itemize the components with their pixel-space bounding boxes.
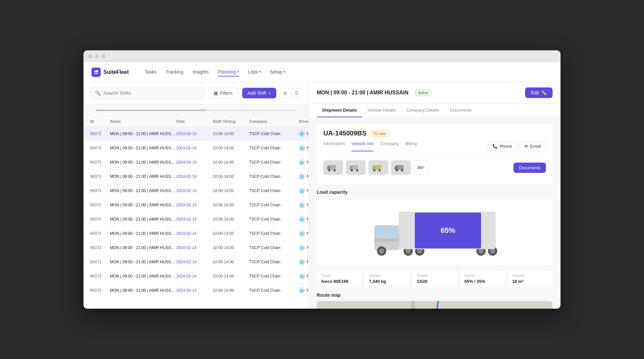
stats-row: Truck Iveco 80E190 Weight 7,340 kg Palle…: [317, 270, 553, 287]
globe-icon: 🌐: [299, 245, 305, 251]
planning-arrow: ▾: [237, 70, 239, 74]
table-body: 96373 MON | 09:00 - 21:00 | AMIR HUSSAIN…: [83, 127, 308, 309]
table-row[interactable]: 96373 MON | 09:00 - 21:00 | AMIR HUSSAIN…: [83, 170, 308, 184]
logo[interactable]: SuiteFleet: [91, 68, 129, 77]
svg-point-14: [396, 169, 398, 171]
svg-point-2: [328, 169, 330, 171]
search-input[interactable]: [103, 90, 199, 96]
cell-driver: 🌐 Nusair Haq: [299, 287, 308, 293]
sub-tab-billing[interactable]: Billing: [405, 141, 417, 151]
cell-id: 96373: [90, 288, 110, 293]
col-id: ID: [90, 119, 110, 124]
cell-id: 96373: [90, 274, 110, 279]
nav-tasks[interactable]: Tasks: [144, 68, 156, 77]
tab-company-details[interactable]: Company Details: [401, 104, 445, 117]
tab-vehicle-details[interactable]: Vehicle Details: [362, 104, 401, 117]
cell-id: 96373: [90, 160, 110, 165]
globe-icon: 🌐: [299, 188, 305, 194]
col-timing: Shift Timing: [213, 119, 249, 124]
edit-button[interactable]: Edit ✏️: [525, 87, 553, 98]
cell-driver: 🌐 Nusair Haq: [299, 245, 308, 251]
lists-arrow: ▾: [259, 70, 261, 74]
vehicle-thumb-1[interactable]: [323, 160, 343, 175]
cell-name: MON | 09:00 - 21:00 | AMIR HUSSAIN: [110, 217, 176, 222]
capacity-bar: 65%: [415, 213, 481, 248]
cell-timing: 10:00-14:00: [213, 231, 249, 236]
table-row[interactable]: 96373 MON | 09:00 - 21:00 | AMIR HUSSAIN…: [83, 283, 308, 298]
svg-point-6: [351, 169, 353, 171]
main-content: 🔍 ▦ Filters Add Shift + ⊞ ☰ ‹: [83, 82, 561, 309]
cell-date: 2024-02-14: [176, 160, 213, 165]
vehicle-thumb-4[interactable]: [391, 160, 411, 175]
scroll-right-arrow[interactable]: ›: [299, 107, 306, 114]
table-row[interactable]: 96373 MON | 09:00 - 21:00 | AMIR HUSSAIN…: [83, 198, 308, 212]
sub-tab-company[interactable]: Company: [380, 141, 399, 151]
tab-documents[interactable]: Documents: [445, 104, 477, 117]
globe-icon: 🌐: [299, 287, 305, 293]
globe-icon: 🌐: [299, 145, 305, 151]
logo-icon: [91, 68, 101, 77]
vehicle-thumb-3[interactable]: [368, 160, 388, 175]
stat-label: Pallets: [417, 274, 453, 278]
svg-point-11: [379, 169, 381, 171]
cell-company: TSCP Cold Chain: [249, 203, 299, 207]
map-background: [317, 301, 553, 309]
sub-tab-information[interactable]: Information: [323, 141, 345, 151]
table-row[interactable]: 96373 MON | 09:00 - 21:00 | AMIR HUSSAIN…: [83, 227, 308, 241]
table-row[interactable]: 96373 MON | 09:00 - 21:00 | AMIR HUSSAIN…: [83, 269, 308, 283]
minimize-dot[interactable]: [95, 54, 99, 58]
grid-view-button[interactable]: ⊞: [280, 88, 290, 98]
email-button[interactable]: ✉ Email: [519, 141, 546, 151]
truck-visual: 65%: [317, 199, 553, 265]
edit-icon: ✏️: [541, 90, 547, 95]
table-row[interactable]: 96373 MON | 09:00 - 21:00 | AMIR HUSSAIN…: [83, 212, 308, 227]
vehicle-thumb-2[interactable]: [346, 160, 366, 175]
globe-icon: 🌐: [299, 259, 305, 265]
table-row[interactable]: 96373 MON | 09:00 - 21:00 | AMIR HUSSAIN…: [83, 184, 308, 198]
cell-driver: 🌐 Nusair Haq: [299, 159, 308, 165]
filter-icon: ▦: [214, 90, 218, 96]
documents-button[interactable]: Documents: [513, 163, 546, 173]
nav-links: Tasks Tracking Insights Planning ▾ Lists…: [144, 68, 553, 77]
table-row[interactable]: 96373 MON | 09:00 - 21:00 | AMIR HUSSAIN…: [83, 141, 308, 155]
table-row[interactable]: 96373 MON | 09:00 - 21:00 | AMIR HUSSAIN…: [83, 127, 308, 141]
cell-company: TSCP Cold Chain: [249, 288, 299, 293]
navbar: SuiteFleet Tasks Tracking Insights Plann…: [83, 62, 561, 82]
cell-date: 2024-02-14: [176, 274, 213, 279]
nav-insights[interactable]: Insights: [192, 68, 208, 77]
list-view-button[interactable]: ☰: [292, 88, 302, 98]
cell-id: 96373: [90, 146, 110, 150]
close-dot[interactable]: [88, 54, 92, 58]
filter-button[interactable]: ▦ Filters: [208, 87, 238, 99]
nav-lists[interactable]: Lists ▾: [248, 68, 261, 77]
nav-tracking[interactable]: Tracking: [166, 68, 183, 77]
cell-date: 2024-02-14: [176, 231, 213, 236]
add-shift-button[interactable]: Add Shift +: [242, 88, 276, 98]
cell-id: 96373: [90, 131, 110, 136]
route-map-section: Route map: [317, 292, 553, 309]
cell-company: TSCP Cold Chain: [249, 131, 299, 136]
cell-id: 96373: [90, 203, 110, 207]
table-row[interactable]: 96373 MON | 09:00 - 21:00 | AMIR HUSSAIN…: [83, 155, 308, 170]
nav-planning[interactable]: Planning ▾: [218, 68, 239, 77]
scroll-left-arrow[interactable]: ‹: [86, 107, 93, 114]
globe-icon: 🌐: [299, 174, 305, 180]
sub-tabs: Information Vehicle Info Company Billing…: [323, 141, 546, 155]
table-header: ID Name Date Shift Timing Company Driver…: [83, 117, 308, 127]
onway-badge: On way: [370, 130, 389, 137]
edit-label: Edit: [531, 90, 539, 95]
stat-value: Iveco 80E190: [321, 279, 357, 284]
phone-button[interactable]: 📞 Phone: [487, 141, 517, 151]
view-360[interactable]: 360°: [413, 160, 428, 175]
maximize-dot[interactable]: [101, 54, 105, 58]
search-icon: 🔍: [95, 90, 101, 96]
cell-id: 96373: [90, 188, 110, 193]
cell-date: 2024-02-14: [176, 217, 213, 222]
nav-setup[interactable]: Setup ▾: [270, 68, 285, 77]
detail-content: UA-145009BS On way Information Vehicle I…: [309, 118, 561, 309]
search-box[interactable]: 🔍: [90, 87, 204, 99]
sub-tab-vehicle-info[interactable]: Vehicle Info: [351, 141, 374, 151]
table-row[interactable]: 96373 MON | 09:00 - 21:00 | AMIR HUSSAIN…: [83, 255, 308, 269]
table-row[interactable]: 96373 MON | 09:00 - 21:00 | AMIR HUSSAIN…: [83, 241, 308, 255]
tab-shipment-details[interactable]: Shipment Details: [317, 104, 362, 117]
